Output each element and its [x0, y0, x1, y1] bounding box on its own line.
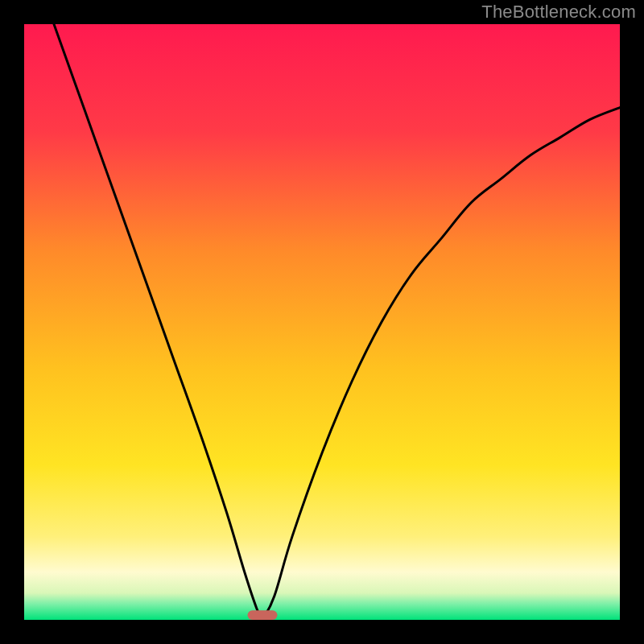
bottleneck-chart — [24, 24, 620, 620]
watermark-text: TheBottleneck.com — [481, 2, 636, 23]
min-marker-pill — [248, 610, 278, 620]
chart-frame — [24, 24, 620, 620]
gradient-background — [24, 24, 620, 620]
min-marker — [248, 610, 278, 620]
